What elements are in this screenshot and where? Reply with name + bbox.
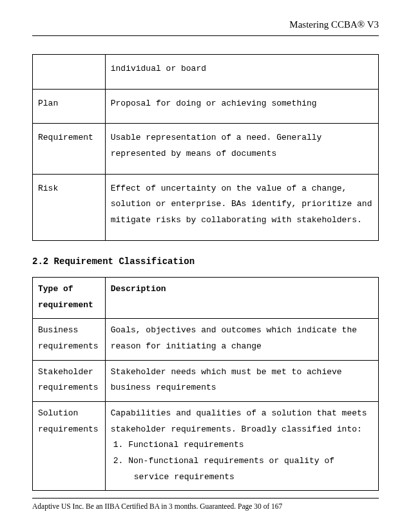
list-text: Functional requirements xyxy=(128,440,244,450)
term-cell: Stakeholder requirements xyxy=(33,360,106,401)
list-item: 2. Non-functional requirements or qualit… xyxy=(113,453,373,485)
table-row: Business requirements Goals, objectives … xyxy=(33,319,379,360)
list-item: 1. Functional requirements xyxy=(113,437,373,453)
classification-table: Type of requirement Description Business… xyxy=(32,277,379,491)
table-row: Requirement Usable representation of a n… xyxy=(33,124,379,174)
term-cell: Risk xyxy=(33,174,106,240)
page-footer: Adaptive US Inc. Be an IIBA Certified BA… xyxy=(32,498,379,510)
table-row: Plan Proposal for doing or achieving som… xyxy=(33,89,379,124)
section-heading: 2.2 Requirement Classification xyxy=(32,256,379,267)
list-text: Non-functional requirements or quality o… xyxy=(128,456,334,466)
header-cell: Type of requirement xyxy=(33,277,106,318)
table-row: Solution requirements Capabilities and q… xyxy=(33,401,379,490)
definitions-table: individual or board Plan Proposal for do… xyxy=(32,54,379,241)
table-row: individual or board xyxy=(33,55,379,90)
list-number: 1. xyxy=(113,440,124,450)
page-header: Mastering CCBA® V3 xyxy=(32,19,379,36)
header-cell: Description xyxy=(105,277,378,318)
numbered-list: 1. Functional requirements 2. Non-functi… xyxy=(111,437,373,485)
list-text-cont: service requirements xyxy=(124,470,373,486)
desc-cell: Proposal for doing or achieving somethin… xyxy=(105,89,378,124)
term-cell: Plan xyxy=(33,89,106,124)
term-cell xyxy=(33,55,106,90)
table-row: Risk Effect of uncertainty on the value … xyxy=(33,174,379,240)
desc-cell: Capabilities and qualities of a solution… xyxy=(105,401,378,490)
term-cell: Solution requirements xyxy=(33,401,106,490)
footer-text: Adaptive US Inc. Be an IIBA Certified BA… xyxy=(32,502,282,510)
desc-cell: Usable representation of a need. General… xyxy=(105,124,378,174)
desc-cell: Goals, objectives and outcomes which ind… xyxy=(105,319,378,360)
desc-cell: individual or board xyxy=(105,55,378,90)
desc-cell: Effect of uncertainty on the value of a … xyxy=(105,174,378,240)
header-title: Mastering CCBA® V3 xyxy=(32,19,379,30)
list-number: 2. xyxy=(113,456,124,466)
desc-cell: Stakeholder needs which must be met to a… xyxy=(105,360,378,401)
term-cell: Business requirements xyxy=(33,319,106,360)
term-cell: Requirement xyxy=(33,124,106,174)
table-row: Stakeholder requirements Stakeholder nee… xyxy=(33,360,379,401)
desc-intro: Capabilities and qualities of a solution… xyxy=(111,408,367,434)
table-header-row: Type of requirement Description xyxy=(33,277,379,318)
